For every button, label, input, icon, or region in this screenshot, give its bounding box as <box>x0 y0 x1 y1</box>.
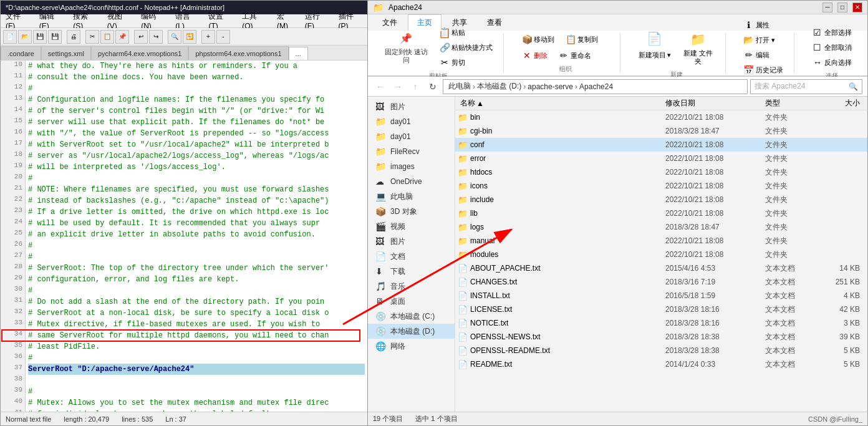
tab-active[interactable]: ... <box>289 47 308 61</box>
fe-forward-btn[interactable]: → <box>390 79 405 94</box>
tab-settings[interactable]: settings.xml <box>41 46 91 60</box>
table-row[interactable]: 📄 INSTALL.txt 2016/5/18 1:59 文本文档 4 KB <box>455 289 867 303</box>
sidebar-item-13[interactable]: 🖥桌面 <box>368 294 455 309</box>
file-icon-8: 📁 <box>458 223 468 232</box>
sidebar-item-5[interactable]: ☁OneDrive <box>368 174 455 189</box>
status-position: Ln : 37 <box>165 415 186 423</box>
ribbon-rename-btn[interactable]: ✏ 重命名 <box>554 49 596 62</box>
sidebar-item-10[interactable]: 📄文档 <box>368 249 455 264</box>
sidebar-item-0[interactable]: 🖼图片 <box>368 99 455 114</box>
ribbon-select-none-btn[interactable]: ☐ 全部取消 <box>808 41 856 54</box>
table-row[interactable]: 📁 cgi-bin 2018/3/28 18:47 文件夹 <box>455 124 867 138</box>
sidebar-item-6[interactable]: 💻此电脑 <box>368 189 455 204</box>
table-row[interactable]: 📁 htdocs 2022/10/21 18:08 文件夹 <box>455 165 867 179</box>
table-row[interactable]: 📄 README.txt 2014/1/24 0:33 文本文档 5 KB <box>455 357 867 371</box>
sidebar-item-15[interactable]: 💿本地磁盘 (D:) <box>368 324 455 339</box>
fe-maximize-btn[interactable]: □ <box>837 2 847 12</box>
file-icon-6: 📁 <box>458 195 468 205</box>
toolbar-copy[interactable]: 📋 <box>100 30 114 44</box>
sidebar-item-14[interactable]: 💿本地磁盘 (C:) <box>368 309 455 324</box>
table-row[interactable]: 📄 OPENSSL-NEWS.txt 2018/3/28 18:38 文本文档 … <box>455 330 867 344</box>
table-row[interactable]: 📄 ABOUT_APACHE.txt 2015/4/16 4:53 文本文档 1… <box>455 261 867 275</box>
table-row[interactable]: 📁 bin 2022/10/21 18:08 文件夹 <box>455 110 867 124</box>
toolbar-save[interactable]: 💾 <box>33 30 47 44</box>
toolbar-redo[interactable]: ↪ <box>149 30 163 44</box>
ribbon-cut-btn[interactable]: ✂ 剪切 <box>435 56 497 69</box>
sidebar-item-12[interactable]: 🎵音乐 <box>368 279 455 294</box>
ribbon-new-item-btn[interactable]: 📄 新建项目 ▾ <box>634 27 675 62</box>
table-row[interactable]: 📁 modules 2022/10/21 18:08 文件夹 <box>455 248 867 261</box>
table-row[interactable]: 📁 conf 2022/10/21 18:08 文件夹 <box>455 138 867 152</box>
col-type-header[interactable]: 类型 <box>765 98 815 109</box>
ribbon-properties-btn[interactable]: ℹ 属性 <box>740 18 788 32</box>
toolbar-print[interactable]: 🖨 <box>67 30 80 44</box>
npp-code-editor[interactable]: # what they do. They're here as hints or… <box>26 61 367 412</box>
ribbon-open-btn[interactable]: 📂 打开 ▾ <box>740 33 788 47</box>
fe-breadcrumb[interactable]: 此电脑 › 本地磁盘 (D:) › apache-serve › Apache2… <box>443 79 748 94</box>
file-name-2: conf <box>470 140 665 149</box>
toolbar-cut[interactable]: ✂ <box>85 30 99 44</box>
toolbar-zoom-in[interactable]: + <box>201 30 215 44</box>
toolbar-open[interactable]: 📂 <box>18 30 32 44</box>
table-row[interactable]: 📄 OPENSSL-README.txt 2018/3/28 18:38 文本文… <box>455 344 867 357</box>
sidebar-item-16[interactable]: 🌐网络 <box>368 339 455 354</box>
file-type-7: 文件夹 <box>765 208 815 219</box>
fe-back-btn[interactable]: ← <box>373 79 388 94</box>
sidebar-item-9[interactable]: 🖼图片 <box>368 234 455 249</box>
toolbar-replace[interactable]: 🔁 <box>183 30 196 44</box>
toolbar-zoom-out[interactable]: - <box>216 30 230 44</box>
sidebar-item-7[interactable]: 📦3D 对象 <box>368 204 455 219</box>
table-row[interactable]: 📁 icons 2022/10/21 18:08 文件夹 <box>455 179 867 193</box>
sidebar-item-1[interactable]: 📁day01 <box>368 114 455 129</box>
fe-search-input[interactable]: 搜索 Apache24 🔍 <box>750 79 862 94</box>
col-name-header[interactable]: 名称 ▲ <box>458 98 665 109</box>
ribbon-copy-btn[interactable]: 📋 复制到 <box>561 32 602 46</box>
col-type-label: 类型 <box>765 98 780 109</box>
ribbon-pin-btn[interactable]: 📌 固定到快 速访问 <box>379 26 433 67</box>
toolbar-save-all[interactable]: 💾 <box>48 30 62 44</box>
fe-refresh-btn[interactable]: ↻ <box>425 79 440 94</box>
sidebar-item-2[interactable]: 📁day01 <box>368 129 455 144</box>
fe-up-btn[interactable]: ↑ <box>408 79 423 94</box>
table-row[interactable]: 📄 LICENSE.txt 2018/3/28 18:16 文本文档 42 KB <box>455 303 867 316</box>
toolbar-find[interactable]: 🔍 <box>168 30 181 44</box>
ribbon-new-folder-btn[interactable]: 📁 新建 文件夹 <box>678 27 719 68</box>
sidebar-label-2: day01 <box>390 132 411 141</box>
ribbon-copy-path-btn[interactable]: 🔗 粘贴快捷方式 <box>435 41 497 54</box>
table-row[interactable]: 📄 CHANGES.txt 2018/3/16 7:19 文本文档 251 KB <box>455 275 867 289</box>
tab-condare[interactable]: .condare <box>1 46 41 60</box>
ribbon-delete-btn[interactable]: ✕ 删除 <box>518 49 552 62</box>
file-name-15: NOTICE.txt <box>470 319 665 327</box>
ribbon-clipboard-group: 📌 固定到快 速访问 📋 粘贴 🔗 粘贴快捷方式 ✂ <box>373 33 504 73</box>
ribbon-paste-btn[interactable]: 📋 粘贴 <box>435 26 497 39</box>
fe-minimize-btn[interactable]: ─ <box>822 2 832 12</box>
toolbar-paste[interactable]: 📌 <box>115 30 129 44</box>
toolbar-new[interactable]: 📄 <box>3 30 17 44</box>
toolbar-undo[interactable]: ↩ <box>134 30 148 44</box>
table-row[interactable]: 📁 lib 2022/10/21 18:08 文件夹 <box>455 206 867 220</box>
fe-watermark: CSDN @iFulIing_ <box>808 415 862 423</box>
ribbon-edit-btn[interactable]: ✏ 编辑 <box>740 48 788 62</box>
col-date-header[interactable]: 修改日期 <box>665 98 765 109</box>
table-row[interactable]: 📁 manual 2022/10/21 18:08 文件夹 <box>455 234 867 248</box>
file-name-13: INSTALL.txt <box>470 291 665 300</box>
ribbon-tab-home[interactable]: 主页 <box>408 14 441 31</box>
tab-pycharm[interactable]: pycharm64.exe.vmoptions1 <box>91 46 189 60</box>
ribbon-select-all-btn[interactable]: ☑ 全部选择 <box>808 26 856 39</box>
sidebar-item-3[interactable]: 📁FileRecv <box>368 144 455 159</box>
file-icon-10: 📁 <box>458 250 468 259</box>
col-size-header[interactable]: 大小 <box>815 98 865 109</box>
sidebar-item-8[interactable]: 🎬视频 <box>368 219 455 234</box>
ribbon-move-btn[interactable]: 📦 移动到 <box>518 32 559 46</box>
status-lines: lines : 535 <box>122 415 153 423</box>
fe-close-btn[interactable]: ✕ <box>852 2 862 12</box>
table-row[interactable]: 📁 error 2022/10/21 18:08 文件夹 <box>455 152 867 165</box>
table-row[interactable]: 📁 logs 2018/3/28 18:47 文件夹 <box>455 220 867 234</box>
tab-phpstorm[interactable]: phpstorm64.exe.vmoptions1 <box>188 46 288 60</box>
table-row[interactable]: 📁 include 2022/10/21 18:08 文件夹 <box>455 193 867 206</box>
ribbon-invert-btn[interactable]: ↔ 反向选择 <box>808 56 856 69</box>
sidebar-item-11[interactable]: ⬇下载 <box>368 264 455 279</box>
sidebar-item-4[interactable]: 📁images <box>368 159 455 174</box>
table-row[interactable]: 📄 NOTICE.txt 2018/3/28 18:16 文本文档 3 KB <box>455 316 867 330</box>
ribbon-history-btn[interactable]: 📅 历史记录 <box>740 63 788 77</box>
